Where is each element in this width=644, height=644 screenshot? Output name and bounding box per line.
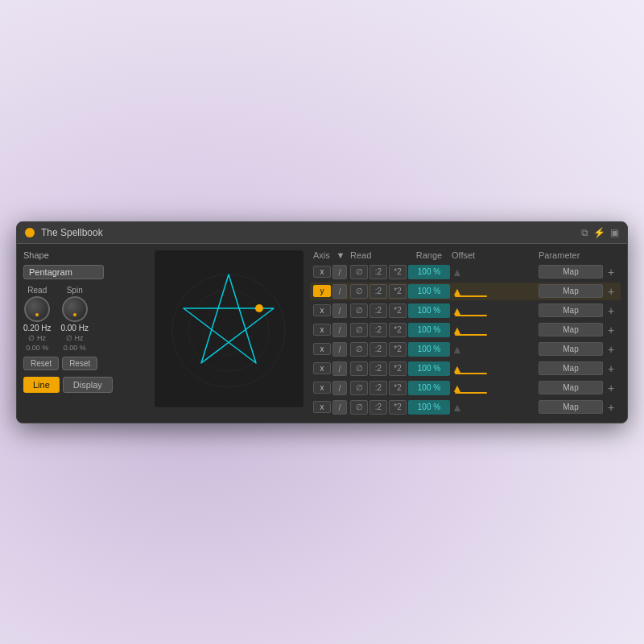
offset-slider[interactable]: ▲: [452, 265, 490, 279]
map-button[interactable]: Map: [539, 381, 603, 394]
mult-button[interactable]: :2: [369, 303, 387, 318]
copy-icon[interactable]: ⧉: [581, 227, 588, 238]
zero-button[interactable]: ∅: [350, 284, 368, 299]
x2-button[interactable]: *2: [389, 284, 407, 299]
plugin-window: The Spellbook ⧉ ⚡ ▣ Shape Pentagram Read: [16, 221, 628, 423]
x2-button[interactable]: *2: [389, 303, 407, 318]
mult-button[interactable]: :2: [369, 381, 387, 395]
offset-slider[interactable]: ▲: [452, 381, 490, 395]
slash-button[interactable]: /: [332, 323, 347, 337]
slash-button[interactable]: /: [332, 342, 347, 357]
mult-button[interactable]: :2: [369, 323, 387, 337]
map-button[interactable]: Map: [539, 303, 603, 317]
offset-slider[interactable]: ▲: [452, 400, 490, 415]
add-row-button[interactable]: +: [605, 286, 617, 297]
axis-button[interactable]: x: [313, 362, 331, 374]
x2-button[interactable]: *2: [389, 381, 407, 395]
lightning-icon[interactable]: ⚡: [593, 227, 605, 238]
offset-slider[interactable]: ▲: [452, 342, 490, 357]
range-button[interactable]: 100 %: [408, 323, 450, 337]
axis-button[interactable]: x: [313, 324, 331, 336]
read-percent: 0.00 %: [26, 344, 48, 352]
zero-button[interactable]: ∅: [350, 323, 368, 337]
axis-button[interactable]: x: [313, 304, 331, 316]
mult-button[interactable]: :2: [369, 361, 387, 376]
add-row-button[interactable]: +: [605, 266, 617, 278]
zero-button[interactable]: ∅: [350, 400, 368, 415]
slash-button[interactable]: /: [332, 381, 347, 395]
col-mute-header: ▼: [332, 250, 349, 260]
offset-line: [455, 315, 487, 316]
range-button[interactable]: 100 %: [408, 361, 450, 376]
range-button[interactable]: 100 %: [408, 284, 450, 299]
spin-knob-group: Spin 0.00 Hz ∅ Hz 0.00 %: [60, 286, 88, 352]
x2-button[interactable]: *2: [389, 400, 407, 415]
add-row-button[interactable]: +: [605, 402, 617, 413]
zero-button[interactable]: ∅: [350, 381, 368, 395]
x2-button[interactable]: *2: [389, 342, 407, 357]
spin-percent: 0.00 %: [64, 344, 86, 352]
tab-row: Line Display: [23, 377, 148, 393]
reset-read-button[interactable]: Reset: [23, 357, 59, 370]
mult-button[interactable]: :2: [369, 284, 387, 299]
spin-knob[interactable]: [62, 296, 88, 322]
map-button[interactable]: Map: [539, 284, 603, 298]
add-row-button[interactable]: +: [605, 363, 617, 374]
settings-icon[interactable]: ▣: [610, 227, 619, 238]
add-row-button[interactable]: +: [605, 344, 617, 355]
offset-line: [455, 295, 487, 297]
mult-button[interactable]: :2: [369, 342, 387, 357]
axis-button[interactable]: x: [313, 266, 331, 278]
table-row: x / ∅ :2 *2 100 % ▲ Map +: [310, 379, 621, 397]
reset-spin-button[interactable]: Reset: [62, 357, 97, 370]
axis-button[interactable]: x: [313, 343, 331, 355]
tab-line-button[interactable]: Line: [23, 377, 60, 393]
x2-button[interactable]: *2: [389, 323, 407, 337]
zero-button[interactable]: ∅: [350, 303, 368, 318]
map-button[interactable]: Map: [539, 400, 603, 414]
offset-slider[interactable]: ▲: [452, 284, 490, 299]
mult-button[interactable]: :2: [369, 400, 387, 415]
range-button[interactable]: 100 %: [408, 342, 450, 357]
slash-button[interactable]: /: [332, 400, 347, 415]
dropdown-row: Pentagram: [23, 265, 148, 279]
map-button[interactable]: Map: [539, 323, 603, 336]
add-row-button[interactable]: +: [605, 305, 617, 316]
col-axis-header: Axis: [313, 250, 331, 260]
add-row-button[interactable]: +: [605, 324, 617, 336]
zero-button[interactable]: ∅: [350, 265, 368, 279]
axis-button[interactable]: x: [313, 401, 331, 413]
x2-button[interactable]: *2: [389, 361, 407, 376]
read-knob[interactable]: [24, 296, 50, 322]
window-title: The Spellbook: [41, 227, 103, 238]
zero-button[interactable]: ∅: [350, 361, 368, 376]
shape-dropdown[interactable]: Pentagram: [23, 265, 104, 279]
axis-button[interactable]: y: [313, 285, 331, 297]
map-button[interactable]: Map: [539, 342, 603, 356]
range-button[interactable]: 100 %: [408, 381, 450, 395]
range-button[interactable]: 100 %: [408, 265, 450, 279]
range-button[interactable]: 100 %: [408, 303, 450, 318]
traffic-light[interactable]: [25, 228, 35, 237]
add-row-button[interactable]: +: [605, 382, 617, 394]
map-button[interactable]: Map: [539, 361, 603, 375]
axis-button[interactable]: x: [313, 382, 331, 394]
offset-slider[interactable]: ▲: [452, 323, 490, 337]
slash-button[interactable]: /: [332, 303, 347, 318]
range-button[interactable]: 100 %: [408, 400, 450, 415]
x2-button[interactable]: *2: [389, 265, 407, 279]
svg-point-1: [188, 291, 269, 371]
slash-button[interactable]: /: [332, 265, 347, 279]
svg-marker-3: [184, 275, 274, 363]
read-knob-group: Read 0.20 Hz ∅ Hz 0.00 %: [23, 286, 51, 352]
slash-button[interactable]: /: [332, 284, 347, 299]
tab-display-button[interactable]: Display: [63, 377, 113, 393]
offset-slider[interactable]: ▲: [452, 361, 490, 376]
map-button[interactable]: Map: [539, 265, 603, 279]
col-parameter-header: Parameter: [539, 250, 603, 260]
offset-slider[interactable]: ▲: [452, 303, 490, 318]
slash-button[interactable]: /: [332, 361, 347, 376]
right-panel: Axis ▼ Read Range Offset Parameter x / ∅…: [310, 250, 621, 416]
mult-button[interactable]: :2: [369, 265, 387, 279]
zero-button[interactable]: ∅: [350, 342, 368, 357]
